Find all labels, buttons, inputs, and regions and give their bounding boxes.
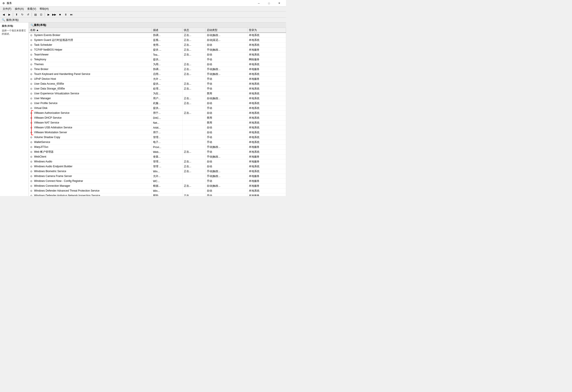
toolbar-start2[interactable]: ▶▶ bbox=[51, 12, 57, 17]
table-row[interactable]: ⚙VMware Workstation Server用于...自动本地系统 bbox=[29, 130, 286, 135]
service-icon: ⚙ bbox=[30, 53, 33, 56]
service-name-cell: ⚙Touch Keyboard and Handwriting Panel Se… bbox=[29, 72, 152, 77]
minimize-button[interactable]: ─ bbox=[254, 0, 264, 7]
service-login-cell: 网络服务 bbox=[248, 57, 286, 62]
service-icon: ⚙ bbox=[30, 121, 33, 124]
service-login-cell: 本地系统 bbox=[248, 111, 286, 116]
table-row[interactable]: ⚙VMware NAT ServiceNet...禁用本地系统 bbox=[29, 121, 286, 125]
service-name-cell: ⚙Windows Connect Now - Config Registrar bbox=[29, 179, 152, 184]
toolbar-export[interactable]: ⊡ bbox=[38, 12, 44, 17]
service-name-text: VMware NAT Service bbox=[34, 121, 59, 124]
col-header-status[interactable]: 状态 bbox=[182, 28, 205, 33]
service-icon: ⚙ bbox=[30, 48, 33, 51]
service-desc-cell: Win... bbox=[152, 169, 182, 174]
service-login-cell: 本地系统 bbox=[248, 150, 286, 154]
col-header-name[interactable]: 名称 ▲ bbox=[29, 28, 152, 33]
service-name-cell: ⚙TCP/IP NetBIOS Helper bbox=[29, 47, 152, 52]
table-row[interactable]: ⚙Task Scheduler使用...正在...自动本地系统 bbox=[29, 43, 286, 47]
service-startup-cell: 手动 bbox=[205, 150, 248, 154]
col-header-desc[interactable]: 描述 bbox=[152, 28, 182, 33]
table-row[interactable]: ⚙VMware USB Arbitration ServiceArbit...自… bbox=[29, 125, 286, 130]
maximize-button[interactable]: □ bbox=[264, 0, 274, 7]
service-name-text: WarpJITSvc bbox=[34, 145, 48, 149]
address-icon: 🔍 bbox=[2, 18, 5, 22]
table-row[interactable]: ⚙Time Broker协调...正在...手动(触发...本地服务 bbox=[29, 67, 286, 72]
service-desc-cell: 用户... bbox=[152, 96, 182, 101]
service-name-cell: ⚙User Data Storage_6595e bbox=[29, 86, 152, 91]
toolbar-pause[interactable]: ⏸ bbox=[63, 12, 68, 17]
table-row[interactable]: ⚙TCP/IP NetBIOS Helper提供 ...正在...手动(触发..… bbox=[29, 47, 286, 52]
table-row[interactable]: ⚙Telephony提供...手动网络服务 bbox=[29, 57, 286, 62]
table-row[interactable]: ⚙Windows Defender Antivirus Network Insp… bbox=[29, 193, 286, 196]
toolbar-forward[interactable]: ▶ bbox=[7, 12, 12, 17]
table-row[interactable]: ⚙User Manager用户...正在...自动(触发...本地系统 bbox=[29, 96, 286, 101]
service-login-cell: 本地服务 bbox=[248, 47, 286, 52]
menu-action[interactable]: 操作(A) bbox=[13, 7, 25, 11]
table-row[interactable]: ⚙Windows Camera Frame Server允许...手动(触发..… bbox=[29, 174, 286, 179]
toolbar-stop[interactable]: ■ bbox=[57, 12, 63, 17]
table-row[interactable]: ⚙Windows Audio Endpoint Builder管理 ...正在.… bbox=[29, 164, 286, 169]
table-row[interactable]: ⚙User Profile Service此服...正在...自动本地系统 bbox=[29, 101, 286, 106]
service-startup-cell: 手动(触发... bbox=[205, 154, 248, 159]
menu-file[interactable]: 文件(F) bbox=[1, 7, 13, 11]
app-icon: ⚙ bbox=[2, 1, 5, 5]
table-row[interactable]: ⚙Themes为用...正在...自动本地系统 bbox=[29, 62, 286, 67]
table-row[interactable]: ⚙Web 帐户管理器Web...正在...手动本地系统 bbox=[29, 150, 286, 154]
table-row[interactable]: ⚙WarpJITSvcProvi...手动(触发...本地服务 bbox=[29, 145, 286, 150]
left-panel-desc: 选择一个项目来查看它的描述。 bbox=[2, 29, 27, 36]
table-row[interactable]: ⚙WebClient使基...手动(触发...本地服务 bbox=[29, 154, 286, 159]
table-row[interactable]: ⚙VMware Authorization Service用于...正在...自… bbox=[29, 111, 286, 116]
toolbar-refresh[interactable]: ↻ bbox=[20, 12, 25, 17]
table-row[interactable]: ⚙System Guard 运行时监视器代理监视...正在...自动(延迟...… bbox=[29, 38, 286, 43]
service-desc-cell: 用于... bbox=[152, 111, 182, 116]
toolbar-up[interactable]: ⬆ bbox=[14, 12, 19, 17]
service-login-cell: 本地系统 bbox=[248, 101, 286, 106]
toolbar-filter[interactable]: ▤ bbox=[33, 12, 38, 17]
service-icon: ⚙ bbox=[30, 112, 33, 115]
toolbar-restart[interactable]: ⏭ bbox=[69, 12, 74, 17]
service-desc-cell: 使用... bbox=[152, 43, 182, 47]
service-startup-cell: 自动 bbox=[205, 130, 248, 135]
service-name-text: Windows Audio bbox=[34, 160, 52, 163]
service-name-text: Web 帐户管理器 bbox=[34, 150, 53, 153]
table-row[interactable]: ⚙User Data Access_6595e提供...正在...手动本地系统 bbox=[29, 82, 286, 86]
table-row[interactable]: ⚙User Experience Virtualization Service为… bbox=[29, 91, 286, 96]
menu-help[interactable]: 帮助(H) bbox=[38, 7, 50, 11]
table-row[interactable]: ⚙WalletService电子...手动本地系统 bbox=[29, 140, 286, 145]
toolbar-start[interactable]: ▶ bbox=[46, 12, 51, 17]
right-panel: 🔍 服务(本地) 名称 ▲ 描述 状态 启动类型 登录为 bbox=[29, 23, 286, 196]
table-row[interactable]: ⚙Windows Connect Now - Config RegistrarW… bbox=[29, 179, 286, 184]
col-header-startup[interactable]: 启动类型 bbox=[205, 28, 248, 33]
toolbar-refresh2[interactable]: ↺ bbox=[25, 12, 31, 17]
toolbar-back[interactable]: ◀ bbox=[1, 12, 6, 17]
table-row[interactable]: ⚙System Events Broker协调...正在...自动(触发...本… bbox=[29, 33, 286, 38]
table-row[interactable]: ⚙VMware DHCP ServiceDHC...禁用本地系统 bbox=[29, 116, 286, 121]
table-row[interactable]: ⚙TeamViewerTea...正在...自动本地系统 bbox=[29, 52, 286, 57]
table-row[interactable]: ⚙Windows Biometric ServiceWin...正在...手动(… bbox=[29, 169, 286, 174]
service-login-cell: 本地系统 bbox=[248, 72, 286, 77]
service-name-cell: ⚙VMware USB Arbitration Service bbox=[29, 125, 152, 130]
table-row[interactable]: ⚙Volume Shadow Copy管理...手动本地系统 bbox=[29, 135, 286, 140]
service-startup-cell: 手动 bbox=[205, 140, 248, 145]
service-desc-cell: 提供... bbox=[152, 106, 182, 111]
table-row[interactable]: ⚙Windows Connection Manager根据...正在...自动(… bbox=[29, 184, 286, 188]
service-name-text: Telephony bbox=[34, 58, 46, 61]
table-row[interactable]: ⚙User Data Storage_6595e处理...正在...手动本地系统 bbox=[29, 86, 286, 91]
service-status-cell: 正在... bbox=[182, 52, 205, 57]
close-button[interactable]: ✕ bbox=[274, 0, 284, 7]
service-icon: ⚙ bbox=[30, 184, 33, 188]
menu-view[interactable]: 查看(V) bbox=[25, 7, 38, 11]
service-name-text: UPnP Device Host bbox=[34, 77, 56, 80]
table-row[interactable]: ⚙Virtual Disk提供...手动本地系统 bbox=[29, 106, 286, 111]
col-header-login[interactable]: 登录为 bbox=[248, 28, 286, 33]
service-status-cell bbox=[182, 77, 205, 82]
service-desc-cell: 提供... bbox=[152, 57, 182, 62]
service-name-text: User Data Access_6595e bbox=[34, 82, 64, 85]
service-icon: ⚙ bbox=[30, 34, 33, 37]
table-row[interactable]: ⚙Windows Defender Advanced Threat Protec… bbox=[29, 188, 286, 193]
table-row[interactable]: ⚙UPnP Device Host允许 ...手动本地服务 bbox=[29, 77, 286, 82]
table-row[interactable]: ⚙Touch Keyboard and Handwriting Panel Se… bbox=[29, 72, 286, 77]
table-row[interactable]: ⚙Windows Audio管理...正在...自动本地服务 bbox=[29, 159, 286, 164]
services-table-container[interactable]: 名称 ▲ 描述 状态 启动类型 登录为 ⚙System Events Broke… bbox=[29, 28, 286, 196]
service-desc-cell: 处理... bbox=[152, 86, 182, 91]
